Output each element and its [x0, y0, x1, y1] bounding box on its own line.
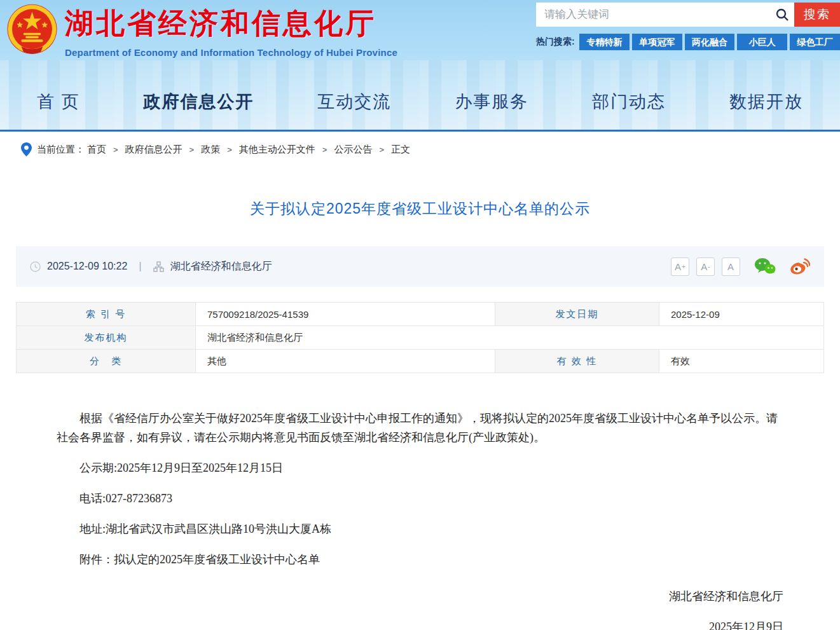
- article-body: 根据《省经信厅办公室关于做好2025年度省级工业设计中心申报工作的通知》，现将拟…: [16, 409, 824, 630]
- breadcrumb-separator: >: [379, 145, 384, 154]
- table-row: 索 引 号 757009218/2025-41539 发文日期 2025-12-…: [17, 303, 824, 326]
- attachment-link[interactable]: 附件：拟认定的2025年度省级工业设计中心名单: [57, 550, 783, 569]
- category-value: 其他: [196, 350, 495, 373]
- breadcrumb-policy[interactable]: 政策: [201, 144, 220, 156]
- site-subtitle: Department of Economy and Information Te…: [65, 47, 397, 58]
- nav-item-department-news[interactable]: 部门动态: [592, 90, 666, 113]
- nav-item-interaction[interactable]: 互动交流: [317, 90, 391, 113]
- document-info-table: 索 引 号 757009218/2025-41539 发文日期 2025-12-…: [16, 302, 824, 373]
- national-emblem-logo: [5, 3, 59, 57]
- nav-item-gov-info[interactable]: 政府信息公开: [143, 90, 254, 113]
- article-content: 关于拟认定2025年度省级工业设计中心名单的公示 2025-12-09 10:2…: [16, 199, 824, 630]
- source-org-icon: [153, 261, 164, 272]
- location-pin-icon: [21, 142, 32, 156]
- contact-address: 地址:湖北省武汉市武昌区洪山路10号洪山大厦A栋: [57, 519, 783, 538]
- breadcrumb-announcements[interactable]: 公示公告: [334, 144, 372, 156]
- publisher-value: 湖北省经济和信息化厅: [196, 326, 824, 350]
- index-number-value: 757009218/2025-41539: [196, 303, 495, 326]
- site-header: 湖北省经济和信息化厅 Department of Economy and Inf…: [0, 0, 840, 60]
- search-area: 搜索 热门搜索: 专精特新 单项冠军 两化融合 小巨人 绿色工厂: [536, 3, 840, 50]
- signature-date: 2025年12月9日: [57, 617, 783, 630]
- hot-tag-zhuanjingtexin[interactable]: 专精特新: [579, 34, 630, 50]
- breadcrumb: 当前位置： 首页 > 政府信息公开 > 政策 > 其他主动公开文件 > 公示公告…: [0, 132, 840, 166]
- validity-value: 有效: [659, 350, 824, 373]
- nav-item-services[interactable]: 办事服务: [455, 90, 528, 113]
- breadcrumb-separator: >: [113, 145, 118, 154]
- meta-divider: |: [139, 260, 141, 273]
- article-meta-bar: 2025-12-09 10:22 | 湖北省经济和信息化厅 A+ A- A: [16, 246, 824, 287]
- main-nav: 首 页 政府信息公开 互动交流 办事服务 部门动态 数据开放: [0, 60, 840, 132]
- clock-icon: [30, 261, 41, 272]
- font-size-increase-button[interactable]: A+: [671, 257, 689, 276]
- font-size-decrease-button[interactable]: A-: [696, 257, 715, 276]
- contact-phone: 电话:027-87236873: [57, 489, 783, 508]
- nav-item-open-data[interactable]: 数据开放: [729, 90, 803, 113]
- site-title: 湖北省经济和信息化厅: [65, 4, 397, 43]
- wechat-share-icon[interactable]: [754, 257, 776, 275]
- breadcrumb-separator: >: [227, 145, 232, 154]
- hot-search-label: 热门搜索:: [536, 36, 577, 48]
- hot-tag-danxiangguanjun[interactable]: 单项冠军: [632, 34, 682, 50]
- search-button[interactable]: 搜索: [794, 3, 840, 27]
- search-input[interactable]: [536, 8, 770, 21]
- signature-block: 湖北省经济和信息化厅 2025年12月9日: [57, 587, 783, 630]
- breadcrumb-separator: >: [322, 145, 327, 154]
- publish-source: 湖北省经济和信息化厅: [170, 260, 272, 273]
- search-icon[interactable]: [770, 7, 794, 22]
- signature-org: 湖北省经济和信息化厅: [57, 587, 783, 606]
- breadcrumb-other-open-docs[interactable]: 其他主动公开文件: [239, 144, 315, 156]
- issue-date-label: 发文日期: [495, 303, 659, 326]
- publish-datetime: 2025-12-09 10:22: [47, 261, 127, 272]
- hot-tag-xiaojuren[interactable]: 小巨人: [737, 34, 787, 50]
- table-row: 分 类 其他 有 效 性 有效: [17, 350, 824, 373]
- validity-label: 有 效 性: [495, 350, 659, 373]
- breadcrumb-label: 当前位置：: [37, 144, 85, 156]
- breadcrumb-home[interactable]: 首页: [87, 144, 106, 156]
- weibo-share-icon[interactable]: [790, 257, 810, 275]
- hot-tag-lvsegongchang[interactable]: 绿色工厂: [790, 34, 840, 50]
- nav-item-home[interactable]: 首 页: [37, 90, 80, 113]
- breadcrumb-separator: >: [189, 145, 195, 154]
- issue-date-value: 2025-12-09: [659, 303, 824, 326]
- category-label: 分 类: [17, 350, 196, 373]
- table-row: 发布机构 湖北省经济和信息化厅: [17, 326, 824, 350]
- page-title: 关于拟认定2025年度省级工业设计中心名单的公示: [16, 199, 824, 219]
- breadcrumb-gov-info[interactable]: 政府信息公开: [125, 144, 182, 156]
- breadcrumb-current-article: 正文: [391, 144, 410, 156]
- publicity-period: 公示期:2025年12月9日至2025年12月15日: [57, 458, 783, 477]
- article-paragraph: 根据《省经信厅办公室关于做好2025年度省级工业设计中心申报工作的通知》，现将拟…: [57, 409, 783, 447]
- hot-tag-lianghuaronghe[interactable]: 两化融合: [685, 34, 735, 50]
- font-size-reset-button[interactable]: A: [722, 257, 740, 276]
- index-number-label: 索 引 号: [17, 303, 196, 326]
- publisher-label: 发布机构: [17, 326, 196, 350]
